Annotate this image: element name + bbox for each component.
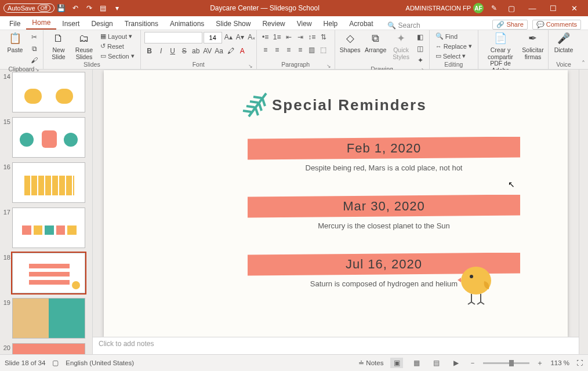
arrange-button[interactable]: ⧉Arrange	[364, 32, 387, 54]
save-icon[interactable]: 💾	[55, 4, 68, 12]
quick-styles-button[interactable]: ✦Quick Styles	[390, 32, 413, 60]
ribbon-options-icon[interactable]: ▢	[501, 4, 522, 13]
change-case-icon[interactable]: Aa	[214, 46, 224, 56]
zoom-in-icon[interactable]: ＋	[536, 359, 543, 368]
thumb-17[interactable]	[12, 208, 85, 248]
paragraph-dialog-icon[interactable]: ↘	[326, 63, 331, 69]
shapes-button[interactable]: ◇Shapes	[339, 32, 362, 54]
slide-canvas[interactable]: Special Reminders Feb 1, 2020 Despite be…	[93, 70, 579, 337]
close-icon[interactable]: ✕	[564, 4, 585, 13]
shape-effects-icon[interactable]: ✦	[415, 55, 426, 66]
reuse-slides-button[interactable]: 🗂Reuse Slides	[72, 32, 96, 60]
copy-icon[interactable]: ⧉	[29, 43, 39, 54]
touch-mode-icon[interactable]: ✎	[487, 4, 501, 12]
thumb-14[interactable]	[12, 72, 85, 112]
slide-count[interactable]: Slide 18 of 34	[5, 359, 45, 366]
select-button[interactable]: ▭ Select ▾	[433, 52, 474, 60]
avatar[interactable]: AF	[473, 3, 484, 13]
redo-icon[interactable]: ↷	[82, 4, 96, 12]
align-left-icon[interactable]: ≡	[260, 45, 271, 55]
underline-icon[interactable]: U	[168, 46, 178, 56]
tab-file[interactable]: File	[3, 17, 26, 30]
reminder-1[interactable]: Feb 1, 2020 Despite being red, Mars is a…	[248, 137, 520, 172]
slide-title[interactable]: Special Reminders	[272, 96, 427, 114]
notes-pane[interactable]: Click to add notes	[93, 337, 579, 354]
tab-design[interactable]: Design	[85, 17, 118, 30]
sorter-view-icon[interactable]: ▦	[410, 358, 423, 368]
tab-home[interactable]: Home	[26, 16, 56, 30]
thumbnail-pane[interactable]: 14 15 16 17 18 19 20	[0, 70, 93, 354]
new-slide-button[interactable]: 🗋New Slide	[47, 32, 70, 60]
bullets-icon[interactable]: •≡	[260, 32, 271, 42]
share-button[interactable]: 🔗 Share	[492, 20, 527, 30]
font-color-icon[interactable]: A	[237, 46, 248, 56]
adobe-share-button[interactable]: 📄Crear y compartir PDF de Adobe	[482, 32, 519, 74]
maximize-icon[interactable]: ☐	[543, 4, 564, 13]
tab-slideshow[interactable]: Slide Show	[210, 17, 256, 30]
zoom-out-icon[interactable]: －	[469, 359, 476, 368]
dictate-button[interactable]: 🎤Dictate	[552, 32, 575, 54]
tab-animations[interactable]: Animations	[164, 17, 210, 30]
numbering-icon[interactable]: 1≡	[272, 32, 282, 42]
align-center-icon[interactable]: ≡	[272, 45, 282, 55]
italic-icon[interactable]: I	[156, 46, 166, 56]
tab-transitions[interactable]: Transitions	[119, 17, 164, 30]
zoom-slider[interactable]	[483, 362, 529, 364]
justify-icon[interactable]: ≡	[295, 45, 306, 55]
slideshow-view-icon[interactable]: ▶	[449, 358, 462, 368]
cut-icon[interactable]: ✂	[29, 32, 39, 42]
fit-to-window-icon[interactable]: ⛶	[576, 359, 583, 366]
reading-view-icon[interactable]: ▤	[430, 358, 442, 368]
tab-help[interactable]: Help	[318, 17, 344, 30]
tab-insert[interactable]: Insert	[56, 17, 85, 30]
format-painter-icon[interactable]: 🖌	[29, 55, 39, 66]
collapse-ribbon-icon[interactable]: ˄	[579, 30, 588, 69]
thumb-15[interactable]	[12, 117, 85, 158]
reminder-2[interactable]: Mar 30, 2020 Mercury is the closest plan…	[248, 195, 520, 230]
strike-icon[interactable]: S	[179, 46, 190, 56]
text-direction-icon[interactable]: ⇅	[318, 32, 329, 42]
indent-inc-icon[interactable]: ⇥	[295, 32, 306, 42]
shape-fill-icon[interactable]: ◧	[415, 32, 426, 42]
slide[interactable]: Special Reminders Feb 1, 2020 Despite be…	[104, 70, 568, 337]
clear-format-icon[interactable]: Aₓ	[246, 32, 257, 42]
thumb-16[interactable]	[12, 162, 85, 203]
search-box[interactable]: 🔍 Search	[387, 21, 420, 30]
font-dialog-icon[interactable]: ↘	[248, 63, 253, 69]
qat-more-icon[interactable]: ▾	[110, 4, 124, 12]
bold-icon[interactable]: B	[144, 46, 155, 56]
undo-icon[interactable]: ↶	[68, 4, 82, 12]
char-spacing-icon[interactable]: AV	[202, 46, 213, 56]
vertical-scrollbar[interactable]	[579, 70, 588, 354]
align-right-icon[interactable]: ≡	[284, 45, 294, 55]
columns-icon[interactable]: ▥	[307, 45, 317, 55]
slideshow-start-icon[interactable]: ▤	[96, 4, 110, 12]
smartart-icon[interactable]: ⬚	[318, 45, 329, 55]
reset-button[interactable]: ↺ Reset	[98, 42, 137, 50]
decrease-font-icon[interactable]: A▾	[235, 32, 245, 42]
tab-acrobat[interactable]: Acrobat	[343, 17, 379, 30]
highlight-icon[interactable]: 🖍	[226, 46, 236, 56]
minimize-icon[interactable]: —	[522, 4, 543, 13]
paste-button[interactable]: 📋Paste	[3, 32, 27, 54]
normal-view-icon[interactable]: ▣	[390, 358, 403, 368]
find-button[interactable]: 🔍 Find	[433, 32, 474, 41]
zoom-value[interactable]: 113 %	[550, 359, 569, 366]
tab-review[interactable]: Review	[256, 17, 291, 30]
autosave-toggle[interactable]: AutoSave Off	[3, 3, 55, 13]
thumb-19[interactable]	[12, 298, 85, 339]
thumb-18[interactable]	[12, 253, 85, 293]
font-family-input[interactable]	[144, 32, 202, 43]
replace-button[interactable]: ↔ Replace ▾	[433, 42, 474, 50]
shape-outline-icon[interactable]: ◫	[415, 43, 426, 54]
thumb-20[interactable]	[12, 343, 85, 354]
comments-button[interactable]: 💬 Comments	[532, 20, 581, 30]
increase-font-icon[interactable]: A▴	[223, 32, 234, 42]
tab-view[interactable]: View	[291, 17, 318, 30]
accessibility-icon[interactable]: ▢	[52, 359, 59, 367]
section-button[interactable]: ▭ Section ▾	[98, 52, 137, 60]
indent-dec-icon[interactable]: ⇤	[284, 32, 294, 42]
font-size-input[interactable]	[204, 32, 222, 43]
notes-button[interactable]: ≐ Notes	[358, 359, 383, 367]
layout-button[interactable]: ▦ Layout ▾	[98, 32, 137, 41]
